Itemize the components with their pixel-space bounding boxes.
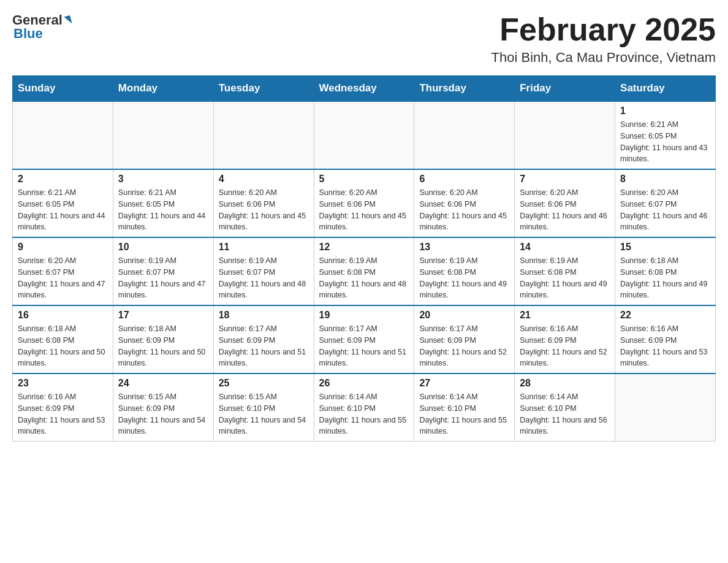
day-number: 18 <box>219 310 309 321</box>
day-number: 16 <box>18 310 108 321</box>
week-row-0: 1Sunrise: 6:21 AMSunset: 6:05 PMDaylight… <box>13 101 716 169</box>
day-info: Sunrise: 6:18 AMSunset: 6:08 PMDaylight:… <box>620 255 710 301</box>
day-number: 17 <box>118 310 208 321</box>
day-number: 3 <box>118 174 208 185</box>
day-number: 23 <box>18 378 108 389</box>
day-info: Sunrise: 6:19 AMSunset: 6:08 PMDaylight:… <box>319 255 409 301</box>
day-cell: 23Sunrise: 6:16 AMSunset: 6:09 PMDayligh… <box>13 373 113 442</box>
day-number: 10 <box>118 242 208 253</box>
day-number: 19 <box>319 310 409 321</box>
day-cell: 10Sunrise: 6:19 AMSunset: 6:07 PMDayligh… <box>113 237 213 305</box>
day-info: Sunrise: 6:20 AMSunset: 6:07 PMDaylight:… <box>620 187 710 233</box>
day-cell: 17Sunrise: 6:18 AMSunset: 6:09 PMDayligh… <box>113 305 213 373</box>
col-friday: Friday <box>515 76 615 102</box>
day-cell: 16Sunrise: 6:18 AMSunset: 6:08 PMDayligh… <box>13 305 113 373</box>
day-number: 24 <box>118 378 208 389</box>
calendar-header: Sunday Monday Tuesday Wednesday Thursday… <box>13 76 716 102</box>
day-number: 27 <box>419 378 509 389</box>
day-cell <box>213 101 314 169</box>
day-info: Sunrise: 6:15 AMSunset: 6:10 PMDaylight:… <box>219 391 309 437</box>
day-number: 14 <box>520 242 610 253</box>
day-info: Sunrise: 6:19 AMSunset: 6:08 PMDaylight:… <box>419 255 509 301</box>
day-info: Sunrise: 6:19 AMSunset: 6:07 PMDaylight:… <box>118 255 208 301</box>
day-cell: 5Sunrise: 6:20 AMSunset: 6:06 PMDaylight… <box>314 169 414 237</box>
day-info: Sunrise: 6:15 AMSunset: 6:09 PMDaylight:… <box>118 391 208 437</box>
day-number: 13 <box>419 242 509 253</box>
day-cell: 14Sunrise: 6:19 AMSunset: 6:08 PMDayligh… <box>515 237 615 305</box>
days-of-week-row: Sunday Monday Tuesday Wednesday Thursday… <box>13 76 716 102</box>
logo-blue-text: Blue <box>13 26 43 42</box>
day-info: Sunrise: 6:19 AMSunset: 6:08 PMDaylight:… <box>520 255 610 301</box>
day-number: 4 <box>219 174 309 185</box>
day-info: Sunrise: 6:19 AMSunset: 6:07 PMDaylight:… <box>219 255 309 301</box>
day-cell: 20Sunrise: 6:17 AMSunset: 6:09 PMDayligh… <box>414 305 515 373</box>
col-monday: Monday <box>113 76 213 102</box>
day-cell <box>113 101 213 169</box>
day-cell <box>13 101 113 169</box>
day-cell: 3Sunrise: 6:21 AMSunset: 6:05 PMDaylight… <box>113 169 213 237</box>
day-cell: 15Sunrise: 6:18 AMSunset: 6:08 PMDayligh… <box>615 237 716 305</box>
day-info: Sunrise: 6:17 AMSunset: 6:09 PMDaylight:… <box>219 323 309 369</box>
day-cell: 28Sunrise: 6:14 AMSunset: 6:10 PMDayligh… <box>515 373 615 442</box>
day-cell: 18Sunrise: 6:17 AMSunset: 6:09 PMDayligh… <box>213 305 314 373</box>
day-info: Sunrise: 6:18 AMSunset: 6:09 PMDaylight:… <box>118 323 208 369</box>
day-number: 1 <box>620 105 710 117</box>
col-tuesday: Tuesday <box>213 76 314 102</box>
day-cell: 25Sunrise: 6:15 AMSunset: 6:10 PMDayligh… <box>213 373 314 442</box>
day-number: 6 <box>419 174 509 185</box>
day-info: Sunrise: 6:18 AMSunset: 6:08 PMDaylight:… <box>18 323 108 369</box>
day-number: 9 <box>18 242 108 253</box>
day-cell <box>515 101 615 169</box>
page-title: February 2025 <box>491 12 716 47</box>
day-info: Sunrise: 6:21 AMSunset: 6:05 PMDaylight:… <box>620 119 710 165</box>
day-info: Sunrise: 6:17 AMSunset: 6:09 PMDaylight:… <box>319 323 409 369</box>
day-info: Sunrise: 6:21 AMSunset: 6:05 PMDaylight:… <box>118 187 208 233</box>
week-row-3: 16Sunrise: 6:18 AMSunset: 6:08 PMDayligh… <box>13 305 716 373</box>
day-info: Sunrise: 6:16 AMSunset: 6:09 PMDaylight:… <box>620 323 710 369</box>
day-cell <box>314 101 414 169</box>
day-info: Sunrise: 6:14 AMSunset: 6:10 PMDaylight:… <box>319 391 409 437</box>
day-info: Sunrise: 6:20 AMSunset: 6:06 PMDaylight:… <box>520 187 610 233</box>
day-cell: 27Sunrise: 6:14 AMSunset: 6:10 PMDayligh… <box>414 373 515 442</box>
page-header: General Blue February 2025 Thoi Binh, Ca… <box>12 12 716 66</box>
day-number: 26 <box>319 378 409 389</box>
day-cell: 11Sunrise: 6:19 AMSunset: 6:07 PMDayligh… <box>213 237 314 305</box>
logo: General Blue <box>12 12 71 42</box>
day-number: 21 <box>520 310 610 321</box>
day-info: Sunrise: 6:20 AMSunset: 6:06 PMDaylight:… <box>219 187 309 233</box>
week-row-4: 23Sunrise: 6:16 AMSunset: 6:09 PMDayligh… <box>13 373 716 442</box>
day-cell: 9Sunrise: 6:20 AMSunset: 6:07 PMDaylight… <box>13 237 113 305</box>
day-info: Sunrise: 6:20 AMSunset: 6:07 PMDaylight:… <box>18 255 108 301</box>
week-row-1: 2Sunrise: 6:21 AMSunset: 6:05 PMDaylight… <box>13 169 716 237</box>
day-cell: 1Sunrise: 6:21 AMSunset: 6:05 PMDaylight… <box>615 101 716 169</box>
day-cell: 19Sunrise: 6:17 AMSunset: 6:09 PMDayligh… <box>314 305 414 373</box>
col-wednesday: Wednesday <box>314 76 414 102</box>
day-number: 15 <box>620 242 710 253</box>
day-number: 20 <box>419 310 509 321</box>
day-cell <box>615 373 716 442</box>
day-info: Sunrise: 6:14 AMSunset: 6:10 PMDaylight:… <box>520 391 610 437</box>
page-subtitle: Thoi Binh, Ca Mau Province, Vietnam <box>491 50 716 66</box>
day-number: 2 <box>18 174 108 185</box>
day-cell: 22Sunrise: 6:16 AMSunset: 6:09 PMDayligh… <box>615 305 716 373</box>
calendar-body: 1Sunrise: 6:21 AMSunset: 6:05 PMDaylight… <box>13 101 716 442</box>
col-sunday: Sunday <box>13 76 113 102</box>
day-cell: 8Sunrise: 6:20 AMSunset: 6:07 PMDaylight… <box>615 169 716 237</box>
day-info: Sunrise: 6:17 AMSunset: 6:09 PMDaylight:… <box>419 323 509 369</box>
day-cell: 24Sunrise: 6:15 AMSunset: 6:09 PMDayligh… <box>113 373 213 442</box>
day-number: 5 <box>319 174 409 185</box>
day-info: Sunrise: 6:16 AMSunset: 6:09 PMDaylight:… <box>520 323 610 369</box>
title-section: February 2025 Thoi Binh, Ca Mau Province… <box>491 12 716 66</box>
day-cell <box>414 101 515 169</box>
day-cell: 7Sunrise: 6:20 AMSunset: 6:06 PMDaylight… <box>515 169 615 237</box>
week-row-2: 9Sunrise: 6:20 AMSunset: 6:07 PMDaylight… <box>13 237 716 305</box>
day-number: 11 <box>219 242 309 253</box>
col-thursday: Thursday <box>414 76 515 102</box>
day-cell: 6Sunrise: 6:20 AMSunset: 6:06 PMDaylight… <box>414 169 515 237</box>
day-number: 25 <box>219 378 309 389</box>
day-number: 7 <box>520 174 610 185</box>
day-info: Sunrise: 6:21 AMSunset: 6:05 PMDaylight:… <box>18 187 108 233</box>
day-cell: 12Sunrise: 6:19 AMSunset: 6:08 PMDayligh… <box>314 237 414 305</box>
day-number: 22 <box>620 310 710 321</box>
day-cell: 21Sunrise: 6:16 AMSunset: 6:09 PMDayligh… <box>515 305 615 373</box>
